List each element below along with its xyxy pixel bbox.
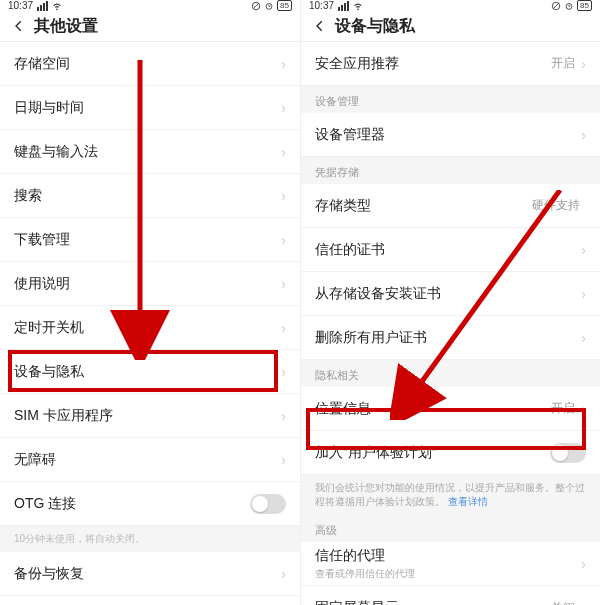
chevron-left-icon [313,19,327,33]
chevron-right-icon: › [581,401,586,417]
chevron-right-icon: › [281,276,286,292]
back-button[interactable] [4,11,34,41]
chevron-right-icon: › [581,242,586,258]
row-trusted-cred[interactable]: 信任的证书› [301,228,600,272]
row-pin-screen[interactable]: 固定屏幕显示 关闭› [301,586,600,605]
row-search[interactable]: 搜索› [0,174,300,218]
alarm-icon [264,1,274,11]
header: 其他设置 [0,11,300,42]
chevron-right-icon: › [581,556,586,572]
row-ux-program[interactable]: 加入“用户体验计划” [301,431,600,475]
row-datetime[interactable]: 日期与时间› [0,86,300,130]
header: 设备与隐私 [301,11,600,42]
status-time: 10:37 [8,0,33,11]
chevron-right-icon: › [281,320,286,336]
ux-program-toggle[interactable] [550,443,586,463]
chevron-right-icon: › [281,56,286,72]
row-manual[interactable]: 使用说明› [0,262,300,306]
section-device-mgmt: 设备管理 [301,86,600,113]
status-time: 10:37 [309,0,334,11]
otg-hint: 10分钟未使用，将自动关闭。 [0,526,300,552]
otg-toggle[interactable] [250,494,286,514]
row-accessibility[interactable]: 无障碍› [0,438,300,482]
battery-icon: 85 [277,0,292,11]
svg-line-1 [254,3,259,8]
row-otg[interactable]: OTG 连接 [0,482,300,526]
chevron-right-icon: › [281,452,286,468]
wifi-icon [52,1,62,11]
row-download[interactable]: 下载管理› [0,218,300,262]
back-button[interactable] [305,11,335,41]
row-reset[interactable]: 还原手机› [0,596,300,605]
chevron-right-icon: › [581,330,586,346]
ux-program-link[interactable]: 查看详情 [448,496,488,507]
status-bar: 10:37 85 [0,0,300,11]
page-title: 其他设置 [34,16,98,37]
row-storage[interactable]: 存储空间› [0,42,300,86]
section-cred: 凭据存储 [301,157,600,184]
chevron-right-icon: › [281,364,286,380]
chevron-right-icon: › [281,566,286,582]
chevron-right-icon: › [581,600,586,605]
chevron-right-icon: › [281,232,286,248]
row-safe-app[interactable]: 安全应用推荐 开启› [301,42,600,86]
page-title: 设备与隐私 [335,16,415,37]
section-advanced: 高级 [301,515,600,542]
row-sim-app[interactable]: SIM 卡应用程序› [0,394,300,438]
mute-icon [551,1,561,11]
mute-icon [251,1,261,11]
left-screen: 10:37 85 其他设置 存储空间› 日期与时间› 键盘与输入法› 搜索› 下… [0,0,300,605]
chevron-right-icon: › [581,56,586,72]
row-backup[interactable]: 备份与恢复› [0,552,300,596]
row-storage-type[interactable]: 存储类型 硬件支持 [301,184,600,228]
row-trusted-agent[interactable]: 信任的代理 查看或停用信任的代理 › [301,542,600,586]
chevron-left-icon [12,19,26,33]
svg-line-4 [554,3,559,8]
row-keyboard[interactable]: 键盘与输入法› [0,130,300,174]
row-device-admin[interactable]: 设备管理器› [301,113,600,157]
row-scheduled-power[interactable]: 定时开关机› [0,306,300,350]
signal-icon [338,1,349,11]
battery-icon: 85 [577,0,592,11]
chevron-right-icon: › [581,286,586,302]
wifi-icon [353,1,363,11]
alarm-icon [564,1,574,11]
chevron-right-icon: › [281,188,286,204]
row-location[interactable]: 位置信息 开启› [301,387,600,431]
section-privacy: 隐私相关 [301,360,600,387]
chevron-right-icon: › [281,408,286,424]
status-bar: 10:37 85 [301,0,600,11]
chevron-right-icon: › [581,127,586,143]
row-clear-cred[interactable]: 删除所有用户证书› [301,316,600,360]
row-device-privacy[interactable]: 设备与隐私› [0,350,300,394]
chevron-right-icon: › [281,100,286,116]
row-install-cred[interactable]: 从存储设备安装证书› [301,272,600,316]
ux-program-note: 我们会统计您对功能的使用情况，以提升产品和服务。整个过程将遵循用户体验计划政策。… [301,475,600,515]
signal-icon [37,1,48,11]
right-screen: 10:37 85 设备与隐私 安全应用推荐 开启› 设备管理 设备管理器› 凭据… [300,0,600,605]
chevron-right-icon: › [281,144,286,160]
